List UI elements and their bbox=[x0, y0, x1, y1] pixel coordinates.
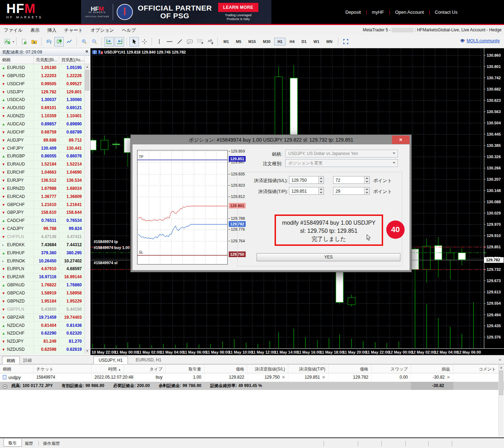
tab-overflow-chevron[interactable]: » bbox=[499, 357, 501, 362]
trendline-tool-button[interactable] bbox=[175, 37, 184, 46]
sl-price-input[interactable]: 129.750 bbox=[289, 176, 324, 184]
scroll-up-icon[interactable]: ▲ bbox=[499, 365, 504, 370]
market-watch-row-CHFJPY[interactable]: ▼CHFJPY130.409130.441 bbox=[0, 145, 85, 153]
column-ask[interactable]: 買気配(As... bbox=[59, 56, 85, 64]
panel-scrollbar[interactable]: ▲ bbox=[498, 365, 504, 437]
zoom-in-button[interactable] bbox=[79, 37, 89, 46]
psg-partner-banner[interactable]: HFM HF MARKETS OFFICIAL PARTNER OFFICIAL… bbox=[81, 0, 271, 24]
bar-chart-mode-button[interactable] bbox=[44, 37, 54, 46]
timeframe-W1[interactable]: W1 bbox=[311, 38, 323, 45]
elliott-tool-button[interactable]: E bbox=[205, 37, 215, 46]
market-watch-row-GBPNZD[interactable]: ▼GBPNZD1.951841.95229 bbox=[0, 298, 85, 306]
market-watch-row-EURGBP[interactable]: ▲EURGBP0.860550.86076 bbox=[0, 153, 85, 161]
candle-chart-mode-button[interactable] bbox=[54, 37, 64, 46]
column-bid[interactable]: 売気配(Bi... bbox=[34, 56, 59, 64]
market-watch-row-GBPJPY[interactable]: ▼GBPJPY158.610158.644 bbox=[0, 209, 85, 217]
dialog-close-button[interactable]: ✕ bbox=[392, 136, 410, 144]
column-2[interactable]: 時間▲ bbox=[92, 365, 124, 373]
scroll-thumb[interactable] bbox=[85, 70, 90, 91]
market-watch-row-EURHUF[interactable]: ▲EURHUF379.360380.295 bbox=[0, 249, 85, 257]
market-watch-scrollbar[interactable]: ▲ ▼ bbox=[84, 64, 90, 354]
scroll-down-icon[interactable]: ▼ bbox=[85, 348, 90, 354]
market-watch-row-EURNZD[interactable]: ▼EURNZD1.679881.68024 bbox=[0, 185, 85, 193]
timeframe-H1[interactable]: H1 bbox=[274, 38, 285, 45]
market-watch-row-EURUSD[interactable]: ▲EURUSD1.051801.05195 bbox=[0, 64, 85, 72]
zoom-out-button[interactable] bbox=[90, 37, 99, 46]
market-watch-row-AUDCHF[interactable]: ▼AUDCHF0.687590.68789 bbox=[0, 129, 85, 137]
chart-shift-button[interactable] bbox=[115, 37, 124, 46]
close-value-icon[interactable]: ✕ bbox=[282, 375, 285, 379]
market-watch-row-NZDJPY[interactable]: ▼NZDJPY81.24981.270 bbox=[0, 338, 85, 346]
tab-trade[interactable]: 取引 bbox=[4, 439, 22, 447]
menu-item-1[interactable]: 表示 bbox=[26, 27, 43, 33]
close-value-icon[interactable]: ✕ bbox=[447, 375, 450, 379]
timeframe-MN[interactable]: MN bbox=[323, 38, 336, 45]
menu-item-3[interactable]: チャート bbox=[60, 27, 87, 33]
close-value-icon[interactable]: ✕ bbox=[322, 375, 325, 379]
column-0[interactable]: 銘柄 bbox=[0, 365, 33, 373]
market-watch-row-AUDUSD[interactable]: ▼AUDUSD0.691010.69121 bbox=[0, 104, 85, 112]
column-8[interactable]: 価格 bbox=[328, 365, 371, 373]
tab-journal[interactable]: 操作履歴 bbox=[43, 441, 60, 447]
column-3[interactable]: タイプ bbox=[124, 365, 166, 373]
column-5[interactable]: 価格 bbox=[204, 365, 247, 373]
fullscreen-button[interactable] bbox=[341, 37, 350, 46]
spinner-icon[interactable] bbox=[318, 176, 324, 183]
collapse-icon[interactable]: − bbox=[3, 384, 7, 389]
market-watch-row-NZDCHF[interactable]: ▲NZDCHF0.622900.62320 bbox=[0, 330, 85, 338]
market-watch-row-EURZAR[interactable]: ▼EURZAR16.9711616.99144 bbox=[0, 273, 85, 281]
crosshair-tool-button[interactable] bbox=[140, 37, 149, 46]
timeframe-M1[interactable]: M1 bbox=[220, 38, 232, 45]
banner-link-contact-us[interactable]: Contact Us bbox=[430, 10, 462, 15]
column-10[interactable]: 損益 bbox=[411, 365, 453, 373]
market-watch-row-AUDNZD[interactable]: ▼AUDNZD1.103591.10401 bbox=[0, 112, 85, 120]
tp-price-input[interactable]: 129.851 bbox=[289, 187, 324, 195]
tab-history[interactable]: 履歴 bbox=[25, 441, 33, 447]
market-watch-tab-symbols[interactable]: 銘柄 bbox=[2, 356, 20, 364]
column-7[interactable]: 決済指値(T/P) bbox=[288, 365, 328, 373]
timeframe-D1[interactable]: D1 bbox=[299, 38, 310, 45]
market-watch-row-USDCAD[interactable]: ▲USDCAD1.300371.30060 bbox=[0, 96, 85, 104]
market-watch-row-NZDUSD[interactable]: ▼NZDUSD0.625980.62619 bbox=[0, 346, 85, 354]
market-watch-row-USDCHF[interactable]: ▼USDCHF0.995050.99527 bbox=[0, 80, 85, 88]
menu-item-2[interactable]: 挿入 bbox=[43, 27, 60, 33]
timeframe-M30[interactable]: M30 bbox=[260, 38, 273, 45]
yes-button[interactable]: YES bbox=[257, 253, 400, 261]
market-watch-row-EURJPY[interactable]: ▼EURJPY136.512136.534 bbox=[0, 177, 85, 185]
market-watch-row-AUDCAD[interactable]: ▲AUDCAD0.898570.89890 bbox=[0, 120, 85, 129]
market-watch-tab-details[interactable]: 詳細 bbox=[23, 357, 32, 363]
column-6[interactable]: 決済逆指値(S/L) bbox=[247, 365, 288, 373]
market-watch-row-NZDCAD[interactable]: ▲NZDCAD0.814040.81436 bbox=[0, 322, 85, 330]
market-watch-row-EURCAD[interactable]: ▼EURCAD1.367771.36809 bbox=[0, 193, 85, 201]
chart-tab-usdjpy[interactable]: USDJPY, H1 bbox=[93, 356, 128, 364]
market-watch-row-GBPCAD[interactable]: ▼GBPCAD1.589191.58958 bbox=[0, 290, 85, 298]
market-watch-row-EURAUD[interactable]: ▼EURAUD1.521841.52214 bbox=[0, 161, 85, 169]
banner-link-deposit[interactable]: Deposit bbox=[340, 10, 366, 15]
chart-tab-eurusd[interactable]: EURUSD, H1 bbox=[136, 357, 161, 362]
horizontal-line-tool-button[interactable] bbox=[165, 37, 174, 46]
symbol-select[interactable]: USDJPY, US Dollar vs Japanese Yen bbox=[285, 150, 398, 157]
spinner-icon[interactable] bbox=[364, 187, 369, 194]
line-chart-mode-button[interactable] bbox=[64, 37, 74, 46]
market-watch-row-CADCHF[interactable]: ▲CADCHF0.765110.76534 bbox=[0, 217, 85, 225]
column-9[interactable]: スワップ bbox=[371, 365, 411, 373]
market-watch-row-GBPZAR[interactable]: ▼GBPZAR19.7145919.74403 bbox=[0, 314, 85, 322]
tp-points-input[interactable]: 29 bbox=[333, 187, 370, 195]
mql5-community-link[interactable]: MQL5.community bbox=[467, 38, 500, 43]
market-watch-row-EURDKK[interactable]: ●EURDKK7.436847.44312 bbox=[0, 241, 85, 249]
menu-item-5[interactable]: ヘルプ bbox=[118, 27, 140, 33]
new-chart-caret-icon[interactable]: ▾ bbox=[13, 40, 14, 43]
scroll-up-icon[interactable]: ▲ bbox=[85, 64, 90, 70]
market-watch-row-GBPPLN[interactable]: ▼GBPPLN5.438505.44150 bbox=[0, 306, 85, 314]
market-watch-row-GBPAUD[interactable]: ▲GBPAUD1.768221.76860 bbox=[0, 281, 85, 290]
column-11[interactable]: コメント bbox=[453, 365, 499, 373]
market-watch-row-AUDJPY[interactable]: ▼AUDJPY89.68889.712 bbox=[0, 137, 85, 145]
market-watch-row-EURCHF[interactable]: ▼EURCHF1.046631.04690 bbox=[0, 169, 85, 177]
timeframe-M5[interactable]: M5 bbox=[233, 38, 244, 45]
spinner-icon[interactable] bbox=[318, 187, 324, 194]
timeframe-M15[interactable]: M15 bbox=[245, 38, 259, 45]
banner-link-open-account[interactable]: Open Account bbox=[390, 10, 429, 15]
new-order-button[interactable] bbox=[19, 37, 29, 46]
position-row[interactable]: usdjpy158499742022.05.12 07:20:48buy1.00… bbox=[0, 373, 499, 382]
new-chart-button[interactable] bbox=[2, 37, 12, 46]
